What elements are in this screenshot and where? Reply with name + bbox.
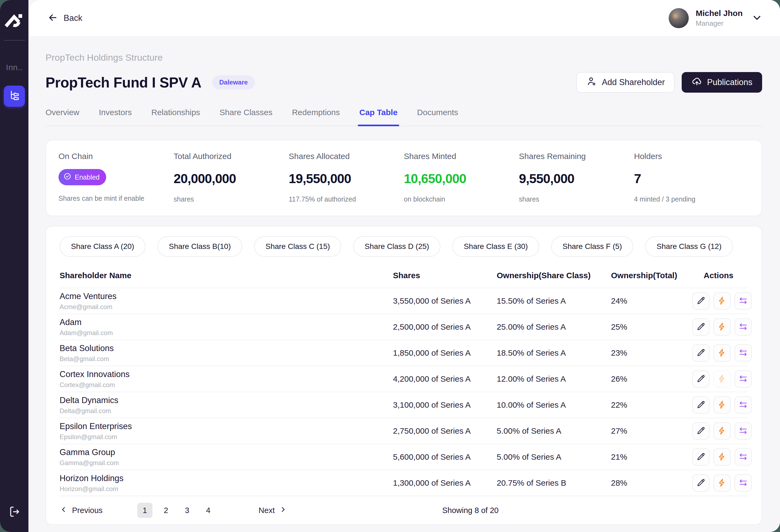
- edit-button[interactable]: [692, 344, 710, 361]
- cloud-upload-icon: [691, 76, 702, 89]
- back-label: Back: [64, 13, 82, 23]
- avatar: [669, 8, 689, 28]
- row-actions: [692, 318, 752, 336]
- tab-redemptions[interactable]: Redemptions: [292, 108, 340, 126]
- row-actions: [692, 422, 752, 440]
- tab-overview[interactable]: Overview: [46, 108, 79, 126]
- transfer-button[interactable]: [734, 370, 752, 388]
- row-actions: [692, 344, 752, 361]
- tab-documents[interactable]: Documents: [417, 108, 458, 126]
- shares-cell: 4,200,000 of Series A: [393, 374, 497, 384]
- shareholder-email: Horizon@gmail.com: [60, 485, 393, 493]
- back-button[interactable]: Back: [47, 12, 82, 24]
- cap-table-card: Share Class A (20)Share Class B(10)Share…: [46, 226, 762, 525]
- filter-share-class-g-12[interactable]: Share Class G (12): [645, 236, 733, 257]
- shares-cell: 1,850,000 of Series A: [393, 348, 497, 357]
- shareholder-email: Adam@gmail.com: [60, 329, 393, 337]
- mint-button[interactable]: [713, 344, 731, 361]
- edit-button[interactable]: [692, 370, 710, 388]
- filter-share-class-f-5[interactable]: Share Class F (5): [551, 236, 633, 257]
- swap-arrows-icon: [738, 400, 748, 410]
- chevron-down-icon[interactable]: [750, 12, 763, 25]
- edit-button[interactable]: [692, 422, 710, 440]
- shareholder-cell: Beta SolutionsBeta@gmail.com: [60, 343, 393, 363]
- ownership-share-class-cell: 25.00% of Series A: [497, 322, 611, 332]
- mint-button[interactable]: [713, 448, 731, 466]
- ownership-total-cell: 28%: [611, 478, 692, 488]
- shareholder-cell: Epsilon EnterprisesEpsilon@gmail.com: [60, 422, 393, 441]
- page-1[interactable]: 1: [137, 503, 152, 518]
- ownership-total-cell: 22%: [611, 400, 692, 409]
- edit-button[interactable]: [692, 474, 710, 492]
- stat-total-authorized: Total Authorized20,000,000shares: [174, 152, 289, 203]
- shareholder-name: Delta Dynamics: [60, 395, 393, 405]
- filter-share-class-b-10[interactable]: Share Class B(10): [157, 236, 242, 257]
- mint-button[interactable]: [713, 318, 731, 336]
- stat-value: 9,550,000: [519, 171, 634, 186]
- tab-cap-table[interactable]: Cap Table: [359, 108, 398, 126]
- mint-button[interactable]: [713, 292, 731, 309]
- stat-holders: Holders74 minted / 3 pending: [634, 152, 749, 203]
- mint-button[interactable]: [713, 396, 731, 414]
- transfer-button[interactable]: [734, 292, 752, 309]
- shareholder-cell: Acme VenturesAcme@gmail.com: [60, 291, 393, 311]
- lightning-icon: [717, 374, 727, 384]
- page-3[interactable]: 3: [180, 503, 195, 518]
- shareholder-cell: Horizon HoldingsHorizon@gmail.com: [60, 474, 393, 493]
- add-shareholder-button[interactable]: Add Shareholder: [576, 72, 675, 93]
- previous-button[interactable]: Previous: [60, 505, 103, 516]
- stat-value: 10,650,000: [404, 171, 519, 186]
- sidebar-item-structures[interactable]: [4, 86, 25, 107]
- transfer-button[interactable]: [734, 396, 752, 414]
- edit-button[interactable]: [692, 448, 710, 466]
- ownership-share-class-cell: 15.50% of Series A: [497, 296, 611, 305]
- pencil-icon: [696, 296, 706, 306]
- shares-cell: 3,100,000 of Series A: [393, 400, 497, 409]
- mint-button[interactable]: [713, 422, 731, 440]
- shareholder-name: Beta Solutions: [60, 343, 393, 353]
- transfer-button[interactable]: [734, 422, 752, 440]
- edit-button[interactable]: [692, 396, 710, 414]
- edit-button[interactable]: [692, 292, 710, 309]
- publications-button[interactable]: Publications: [682, 72, 762, 93]
- stat-label: Total Authorized: [174, 152, 289, 161]
- chevron-left-icon: [60, 505, 68, 516]
- mint-button[interactable]: [713, 474, 731, 492]
- page-2[interactable]: 2: [158, 503, 174, 518]
- table-body: Acme VenturesAcme@gmail.com3,550,000 of …: [60, 288, 748, 496]
- transfer-button[interactable]: [734, 344, 752, 361]
- row-actions: [692, 370, 752, 388]
- page-numbers: 1234: [137, 503, 216, 518]
- swap-arrows-icon: [738, 426, 748, 436]
- stat-shares-minted: Shares Minted10,650,000on blockchain: [404, 152, 519, 203]
- tab-investors[interactable]: Investors: [99, 108, 132, 126]
- shareholder-email: Delta@gmail.com: [60, 407, 393, 415]
- shareholder-email: Epsilon@gmail.com: [60, 433, 393, 441]
- shareholder-email: Gamma@gmail.com: [60, 459, 393, 467]
- filter-share-class-d-25[interactable]: Share Class D (25): [353, 236, 440, 257]
- edit-button[interactable]: [692, 318, 710, 336]
- transfer-button[interactable]: [734, 318, 752, 336]
- table-row-epsilon-enterprises: Epsilon EnterprisesEpsilon@gmail.com2,75…: [60, 418, 748, 444]
- transfer-button[interactable]: [734, 474, 752, 492]
- tab-share-classes[interactable]: Share Classes: [220, 108, 273, 126]
- user-menu[interactable]: Michel Jhon Manager: [669, 8, 763, 28]
- filter-share-class-a-20[interactable]: Share Class A (20): [60, 236, 145, 257]
- share-class-filters: Share Class A (20)Share Class B(10)Share…: [60, 236, 748, 257]
- ownership-share-class-cell: 12.00% of Series A: [497, 374, 611, 384]
- transfer-button[interactable]: [734, 448, 752, 466]
- stat-label: Shares Allocated: [289, 152, 404, 161]
- pencil-icon: [696, 322, 706, 332]
- filter-share-class-e-30[interactable]: Share Class E (30): [452, 236, 539, 257]
- logout-icon[interactable]: [8, 505, 21, 519]
- page-4[interactable]: 4: [201, 503, 216, 518]
- shareholder-email: Acme@gmail.com: [60, 303, 393, 311]
- next-button[interactable]: Next: [259, 505, 287, 516]
- lightning-icon: [717, 296, 727, 306]
- filter-share-class-c-15[interactable]: Share Class C (15): [254, 236, 341, 257]
- stat-caption: on blockchain: [404, 195, 519, 203]
- previous-label: Previous: [72, 506, 103, 515]
- stat-caption: shares: [174, 195, 289, 203]
- ownership-share-class-cell: 18.50% of Series A: [497, 348, 611, 357]
- tab-relationships[interactable]: Relationships: [151, 108, 200, 126]
